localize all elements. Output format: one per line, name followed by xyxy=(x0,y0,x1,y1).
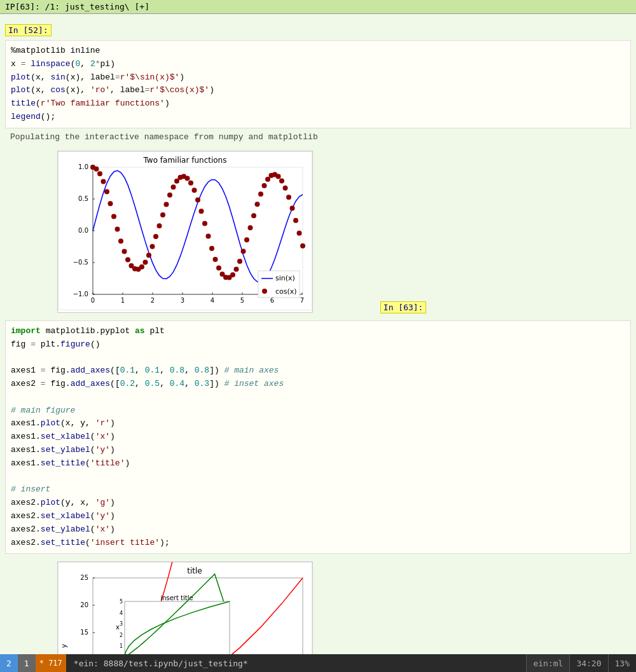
status-modified-marker: * 717 xyxy=(36,654,66,672)
svg-point-86 xyxy=(283,185,288,190)
cell-52-code[interactable]: %matplotlib inline x = linspace(0, 2*pi)… xyxy=(5,40,631,128)
legend-cos-label: cos(x) xyxy=(275,287,297,296)
title-bar: IP[63]: /1: just_testing\ [+] xyxy=(0,0,636,14)
notebook-content: In [52]: %matplotlib inline x = linspace… xyxy=(0,14,636,654)
svg-text:3: 3 xyxy=(181,297,184,304)
chart2-title: title xyxy=(187,566,202,575)
svg-point-50 xyxy=(157,223,162,228)
svg-text:4: 4 xyxy=(211,297,214,304)
svg-point-65 xyxy=(209,246,214,251)
chart1-title: Two familiar functions xyxy=(143,156,227,165)
svg-point-61 xyxy=(195,197,200,202)
svg-text:25: 25 xyxy=(80,574,88,581)
svg-point-87 xyxy=(286,195,291,200)
svg-point-32 xyxy=(94,166,99,171)
svg-point-77 xyxy=(251,213,256,218)
svg-point-79 xyxy=(258,191,263,196)
svg-text:−1.0: −1.0 xyxy=(73,291,88,298)
svg-point-37 xyxy=(111,214,116,219)
svg-point-33 xyxy=(97,171,102,176)
svg-text:0: 0 xyxy=(91,297,95,304)
svg-point-66 xyxy=(213,257,218,262)
status-mode: ein:ml xyxy=(526,654,569,672)
svg-point-48 xyxy=(150,244,155,249)
svg-point-67 xyxy=(216,265,221,270)
svg-point-46 xyxy=(143,259,148,264)
svg-point-74 xyxy=(241,249,246,254)
svg-point-71 xyxy=(230,272,235,277)
svg-point-60 xyxy=(192,188,197,193)
svg-text:−0.5: −0.5 xyxy=(73,259,88,266)
legend-sin-label: sin(x) xyxy=(275,274,295,282)
status-percent: 13% xyxy=(608,654,636,672)
svg-text:15: 15 xyxy=(80,629,88,636)
svg-point-41 xyxy=(125,257,130,262)
svg-text:7: 7 xyxy=(300,297,304,304)
svg-point-63 xyxy=(202,221,207,226)
svg-text:1.0: 1.0 xyxy=(78,163,88,170)
svg-text:4: 4 xyxy=(120,610,123,616)
status-bar: 2 1 * 717 *ein: 8888/test.ipynb/just_tes… xyxy=(0,654,636,672)
svg-point-76 xyxy=(248,225,253,230)
svg-text:20: 20 xyxy=(80,601,88,608)
svg-point-35 xyxy=(104,189,109,194)
status-position: 34:20 xyxy=(569,654,607,672)
svg-point-39 xyxy=(118,238,123,243)
inset-box xyxy=(125,601,230,654)
cell-52-output-text: Populating the interactive namespace fro… xyxy=(5,131,631,143)
chart1-container: Two familiar functions −1.0 −0.5 0.0 0.5… xyxy=(57,151,313,313)
cell-63-prompt: In [63]: xyxy=(380,301,427,313)
svg-point-58 xyxy=(185,175,190,181)
svg-point-53 xyxy=(167,192,172,197)
svg-point-64 xyxy=(206,233,211,238)
svg-point-45 xyxy=(139,264,144,270)
title-bar-text: IP[63]: /1: just_testing\ [+] xyxy=(5,2,149,11)
svg-text:2: 2 xyxy=(120,633,123,638)
chart2-svg: title y 0 5 10 15 20 25 xyxy=(58,562,312,654)
svg-point-90 xyxy=(297,230,302,235)
legend-cos-dot xyxy=(262,289,267,294)
svg-point-55 xyxy=(174,179,179,184)
svg-text:0.0: 0.0 xyxy=(78,227,88,234)
cell-52-prompt: In [52]: xyxy=(5,24,52,36)
svg-point-36 xyxy=(108,201,113,206)
svg-point-84 xyxy=(276,174,281,179)
svg-point-38 xyxy=(115,226,120,231)
svg-point-47 xyxy=(146,252,151,257)
status-cell-num2: 1 xyxy=(18,654,36,672)
svg-text:1: 1 xyxy=(120,643,123,649)
svg-point-88 xyxy=(290,205,295,210)
svg-text:6: 6 xyxy=(270,297,274,304)
svg-point-34 xyxy=(101,179,106,184)
cell-63-code[interactable]: import matplotlib.pyplot as plt fig = pl… xyxy=(5,320,631,554)
svg-point-89 xyxy=(293,218,298,223)
svg-point-40 xyxy=(122,249,127,254)
status-cell-num1: 2 xyxy=(0,654,18,672)
svg-text:5: 5 xyxy=(120,599,123,605)
chart1-svg: Two familiar functions −1.0 −0.5 0.0 0.5… xyxy=(58,151,312,310)
svg-text:0.5: 0.5 xyxy=(78,195,88,202)
notebook: In [52]: %matplotlib inline x = linspace… xyxy=(0,14,636,654)
svg-point-59 xyxy=(188,180,193,185)
svg-point-81 xyxy=(265,177,270,182)
svg-point-91 xyxy=(300,243,305,248)
chart2-ylabel: y xyxy=(60,644,68,648)
svg-point-80 xyxy=(262,183,267,188)
svg-point-78 xyxy=(255,202,260,207)
svg-point-51 xyxy=(160,212,165,217)
svg-text:2: 2 xyxy=(151,297,155,304)
svg-point-54 xyxy=(171,184,176,189)
svg-text:3: 3 xyxy=(120,621,123,627)
svg-point-52 xyxy=(164,202,169,207)
status-file: *ein: 8888/test.ipynb/just_testing* xyxy=(66,659,527,668)
svg-point-75 xyxy=(244,237,249,242)
svg-point-85 xyxy=(279,178,284,183)
svg-point-72 xyxy=(234,266,239,271)
svg-point-49 xyxy=(153,234,158,239)
svg-point-73 xyxy=(237,259,242,264)
svg-text:5: 5 xyxy=(240,297,244,304)
svg-point-62 xyxy=(199,209,204,214)
svg-text:1: 1 xyxy=(121,297,125,304)
chart2-container: title y 0 5 10 15 20 25 xyxy=(57,561,313,654)
